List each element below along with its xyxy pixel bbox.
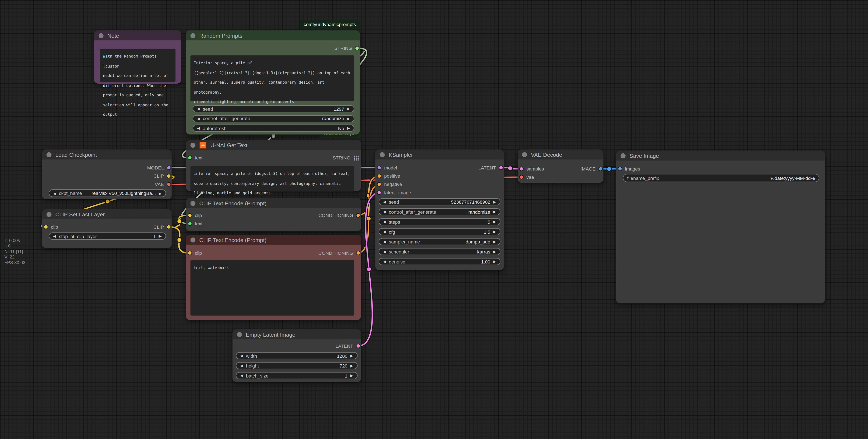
autorefresh-widget[interactable]: autorefresh No bbox=[193, 125, 354, 132]
collapse-dot[interactable] bbox=[190, 33, 195, 38]
load-checkpoint-title-bar[interactable]: Load Checkpoint bbox=[42, 150, 172, 159]
output-port-string[interactable] bbox=[355, 46, 359, 50]
input-port-clip[interactable] bbox=[188, 251, 192, 255]
increment-arrow-icon[interactable] bbox=[347, 117, 350, 121]
node-unai-get-text[interactable]: U-NAI Get Text text STRING Interior spac… bbox=[186, 140, 361, 191]
increment-arrow-icon[interactable] bbox=[493, 230, 496, 234]
widget-value[interactable]: randomize bbox=[468, 209, 490, 215]
ckpt-name-widget[interactable]: ckpt_name realvisxlV50_v50LightningBa... bbox=[49, 189, 166, 197]
decrement-arrow-icon[interactable] bbox=[383, 220, 386, 224]
note-textarea[interactable]: With the Random Prompts (custom node) we… bbox=[100, 49, 176, 82]
input-port-clip[interactable] bbox=[188, 213, 192, 217]
node-clip-text-encode-positive[interactable]: CLIP Text Encode (Prompt) clip text COND… bbox=[186, 198, 361, 231]
decrement-arrow-icon[interactable] bbox=[383, 230, 386, 234]
decrement-arrow-icon[interactable] bbox=[53, 234, 56, 238]
sampler-name-widget[interactable]: sampler_name dpmpp_sde bbox=[378, 238, 500, 245]
collapse-dot[interactable] bbox=[522, 152, 527, 157]
collapse-dot[interactable] bbox=[380, 152, 385, 157]
decrement-arrow-icon[interactable] bbox=[53, 191, 56, 195]
increment-arrow-icon[interactable] bbox=[159, 191, 161, 195]
widget-value[interactable]: 1.00 bbox=[481, 259, 490, 264]
output-port-image[interactable] bbox=[598, 166, 603, 171]
height-widget[interactable]: height 720 bbox=[236, 362, 358, 369]
decrement-arrow-icon[interactable] bbox=[197, 126, 200, 130]
clip-encode-title-bar[interactable]: CLIP Text Encode (Prompt) bbox=[186, 235, 361, 245]
seed-widget[interactable]: seed 1297 bbox=[193, 105, 354, 113]
output-port-clip[interactable] bbox=[166, 174, 171, 178]
increment-arrow-icon[interactable] bbox=[347, 126, 350, 130]
node-empty-latent-image[interactable]: Empty Latent Image LATENT width 1280 hei… bbox=[232, 330, 361, 382]
output-port-clip[interactable] bbox=[166, 225, 171, 229]
seed-widget[interactable]: seed 523877671468902 bbox=[378, 198, 500, 206]
collapse-dot[interactable] bbox=[237, 332, 242, 337]
output-port-latent[interactable] bbox=[499, 165, 503, 170]
output-port-latent[interactable] bbox=[356, 344, 361, 348]
input-port-latent-image[interactable] bbox=[377, 190, 381, 195]
increment-arrow-icon[interactable] bbox=[493, 259, 496, 263]
increment-arrow-icon[interactable] bbox=[493, 250, 496, 254]
input-port-images[interactable] bbox=[618, 166, 622, 171]
widget-value[interactable]: 1 bbox=[345, 373, 347, 379]
negative-prompt-textarea[interactable]: text, watermark bbox=[190, 260, 354, 316]
widget-value[interactable]: -1 bbox=[152, 233, 156, 239]
increment-arrow-icon[interactable] bbox=[347, 107, 350, 111]
decrement-arrow-icon[interactable] bbox=[197, 107, 200, 111]
increment-arrow-icon[interactable] bbox=[350, 374, 353, 378]
collapse-dot[interactable] bbox=[190, 143, 195, 148]
collapse-dot[interactable] bbox=[99, 33, 103, 38]
widget-value[interactable]: realvisxlV50_v50LightningBa... bbox=[92, 190, 156, 196]
widget-value[interactable]: 1.5 bbox=[484, 229, 490, 234]
widget-value[interactable]: %date:yyyy-MM-dd% bbox=[770, 175, 815, 181]
collapse-dot[interactable] bbox=[46, 152, 52, 157]
decrement-arrow-icon[interactable] bbox=[240, 364, 243, 368]
increment-arrow-icon[interactable] bbox=[493, 240, 496, 244]
input-port-model[interactable] bbox=[377, 165, 381, 170]
control-after-generate-widget[interactable]: control_after_generate randomize bbox=[378, 208, 500, 216]
denoise-widget[interactable]: denoise 1.00 bbox=[378, 258, 500, 265]
collapse-dot[interactable] bbox=[190, 237, 195, 242]
decrement-arrow-icon[interactable] bbox=[197, 117, 200, 121]
control-after-generate-widget[interactable]: control_after_generate randomize bbox=[193, 115, 354, 122]
widget-value[interactable]: No bbox=[338, 125, 344, 131]
cfg-widget[interactable]: cfg 1.5 bbox=[378, 228, 500, 236]
input-port-text[interactable] bbox=[188, 221, 192, 226]
node-ksampler[interactable]: KSampler model positive negative latent_… bbox=[375, 150, 504, 270]
widget-value[interactable]: 523877671468902 bbox=[451, 199, 490, 205]
increment-arrow-icon[interactable] bbox=[159, 234, 161, 238]
clip-set-last-layer-title-bar[interactable]: CLIP Set Last Layer bbox=[42, 209, 172, 219]
save-image-title-bar[interactable]: Save Image bbox=[616, 151, 825, 160]
widget-value[interactable]: 1280 bbox=[337, 353, 347, 358]
steps-widget[interactable]: steps 5 bbox=[378, 218, 500, 225]
node-clip-text-encode-negative[interactable]: CLIP Text Encode (Prompt) clip CONDITION… bbox=[186, 235, 361, 320]
get-text-title-bar[interactable]: U-NAI Get Text bbox=[186, 140, 361, 150]
clip-encode-title-bar[interactable]: CLIP Text Encode (Prompt) bbox=[186, 198, 361, 208]
increment-arrow-icon[interactable] bbox=[493, 210, 496, 214]
collapse-dot[interactable] bbox=[621, 153, 626, 158]
node-vae-decode[interactable]: VAE Decode samples vae IMAGE bbox=[518, 150, 603, 183]
increment-arrow-icon[interactable] bbox=[493, 200, 496, 204]
node-graph-canvas[interactable]: T: 0.00s I: 0 N: 11 [11] V: 22 FPS:30.03… bbox=[0, 0, 868, 439]
dots-grid-icon[interactable] bbox=[353, 155, 359, 161]
output-port-conditioning[interactable] bbox=[356, 213, 361, 217]
widget-value[interactable]: 5 bbox=[488, 219, 490, 224]
input-port-clip[interactable] bbox=[44, 225, 48, 229]
prompt-textarea[interactable]: Interior space, a pile of {(people:1.2)|… bbox=[190, 56, 354, 101]
output-port-conditioning[interactable] bbox=[356, 251, 361, 255]
decrement-arrow-icon[interactable] bbox=[383, 240, 386, 244]
increment-arrow-icon[interactable] bbox=[493, 220, 496, 224]
vae-decode-title-bar[interactable]: VAE Decode bbox=[518, 150, 603, 159]
increment-arrow-icon[interactable] bbox=[350, 364, 353, 368]
widget-value[interactable]: dpmpp_sde bbox=[466, 239, 490, 245]
output-port-vae[interactable] bbox=[166, 182, 171, 187]
node-save-image[interactable]: Save Image images filename_prefix %date:… bbox=[616, 151, 825, 303]
decrement-arrow-icon[interactable] bbox=[383, 250, 386, 254]
collapse-dot[interactable] bbox=[46, 212, 52, 217]
random-prompts-title-bar[interactable]: Random Prompts bbox=[186, 30, 360, 40]
output-port-model[interactable] bbox=[166, 165, 171, 170]
note-title-bar[interactable]: Note bbox=[94, 30, 181, 40]
decrement-arrow-icon[interactable] bbox=[240, 354, 243, 358]
batch-size-widget[interactable]: batch_size 1 bbox=[236, 372, 358, 379]
stop-at-clip-layer-widget[interactable]: stop_at_clip_layer -1 bbox=[49, 232, 166, 240]
decrement-arrow-icon[interactable] bbox=[383, 259, 386, 263]
empty-latent-title-bar[interactable]: Empty Latent Image bbox=[232, 330, 361, 339]
